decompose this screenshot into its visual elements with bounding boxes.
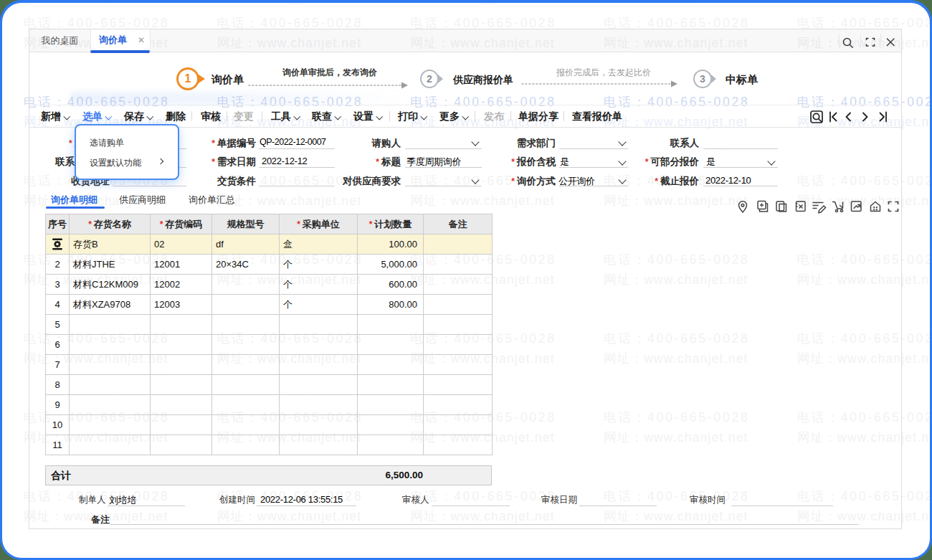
svg-text:电话：400-665-0028: 电话：400-665-0028 <box>797 16 930 30</box>
svg-text:刘培培测试账套: 刘培培测试账套 <box>295 3 358 11</box>
svg-text:电话：400-665-0028: 电话：400-665-0028 <box>410 16 556 30</box>
svg-text:刘培培测试账套: 刘培培测试账套 <box>683 3 746 11</box>
svg-text:刘培培测试账套: 刘培培测试账套 <box>489 3 552 11</box>
svg-text:刘培培测试账套: 刘培培测试账套 <box>103 3 166 11</box>
svg-text:电话：400-665-0028: 电话：400-665-0028 <box>604 16 749 30</box>
svg-text:电话：400-665-0028: 电话：400-665-0028 <box>24 16 169 30</box>
svg-text:刘培培测试账套: 刘培培测试账套 <box>875 3 929 11</box>
svg-text:电话：400-665-0028: 电话：400-665-0028 <box>217 16 363 30</box>
